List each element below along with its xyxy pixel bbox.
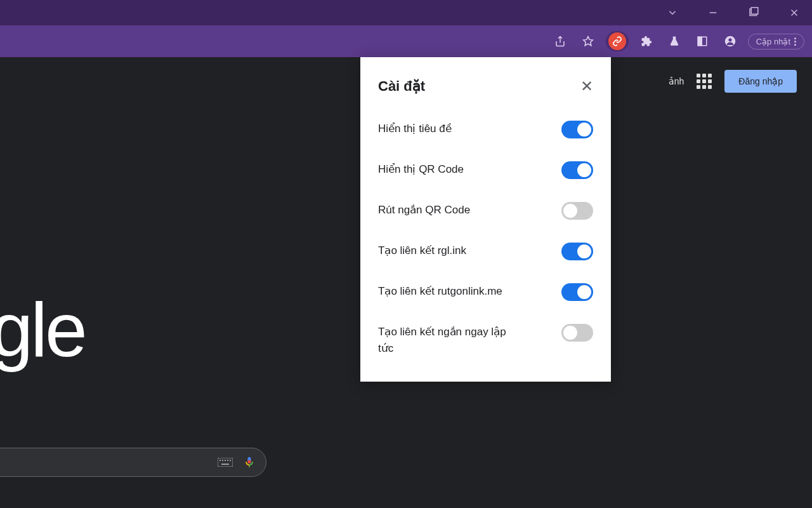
settings-toggle[interactable] bbox=[561, 324, 593, 342]
svg-rect-15 bbox=[227, 460, 228, 461]
svg-rect-12 bbox=[219, 460, 221, 461]
settings-toggle[interactable] bbox=[561, 243, 593, 260]
link-extension-wrapper bbox=[606, 31, 629, 51]
window-minimize-icon[interactable] bbox=[700, 0, 726, 25]
share-icon[interactable] bbox=[550, 31, 570, 51]
update-button-label: Cập nhật bbox=[756, 37, 790, 46]
images-link[interactable]: ảnh bbox=[669, 76, 684, 86]
apps-grid-icon[interactable] bbox=[697, 74, 712, 89]
toggle-knob bbox=[577, 285, 591, 299]
svg-point-10 bbox=[728, 38, 731, 41]
settings-item-label: Tạo liên kết rutgonlink.me bbox=[378, 283, 502, 300]
profile-avatar-icon[interactable] bbox=[720, 31, 740, 51]
settings-popup: Cài đặt ✕ Hiển thị tiêu đềHiển thị QR Co… bbox=[360, 57, 611, 382]
svg-rect-8 bbox=[698, 37, 702, 46]
kebab-menu-icon bbox=[794, 37, 796, 46]
svg-rect-2 bbox=[751, 8, 758, 15]
settings-item-label: Tạo liên kết ngắn ngay lập tức bbox=[378, 324, 524, 356]
svg-rect-13 bbox=[222, 460, 223, 461]
settings-item: Hiển thị QR Code bbox=[378, 161, 593, 179]
settings-item: Rút ngắn QR Code bbox=[378, 202, 593, 220]
popup-header: Cài đặt ✕ bbox=[378, 77, 593, 95]
window-dropdown-icon[interactable] bbox=[660, 0, 685, 25]
settings-item-label: Hiển thị QR Code bbox=[378, 161, 464, 178]
labs-flask-icon[interactable] bbox=[664, 31, 684, 51]
settings-toggle[interactable] bbox=[561, 283, 593, 301]
svg-rect-14 bbox=[225, 460, 226, 461]
popup-title: Cài đặt bbox=[378, 78, 425, 95]
google-logo: oogle bbox=[0, 286, 85, 373]
settings-toggle[interactable] bbox=[561, 161, 593, 179]
settings-item: Hiển thị tiêu đề bbox=[378, 121, 593, 138]
toggle-knob bbox=[563, 204, 577, 218]
settings-item-label: Tạo liên kết rgl.ink bbox=[378, 243, 466, 259]
toggle-knob bbox=[577, 244, 591, 258]
search-input[interactable] bbox=[0, 448, 266, 477]
update-button[interactable]: Cập nhật bbox=[748, 34, 804, 50]
settings-item: Tạo liên kết rutgonlink.me bbox=[378, 283, 593, 301]
settings-item-label: Rút ngắn QR Code bbox=[378, 202, 470, 218]
keyboard-icon[interactable] bbox=[218, 458, 233, 467]
settings-toggle[interactable] bbox=[561, 121, 593, 138]
page-content: ảnh Đăng nhập oogle Xem trang đầu tiên t… bbox=[0, 57, 812, 508]
content-topbar: ảnh Đăng nhập bbox=[669, 70, 797, 93]
window-maximize-icon[interactable] bbox=[741, 0, 766, 25]
window-close-icon[interactable] bbox=[782, 0, 807, 25]
settings-item: Tạo liên kết ngắn ngay lập tức bbox=[378, 324, 593, 356]
svg-rect-16 bbox=[230, 460, 231, 461]
extensions-puzzle-icon[interactable] bbox=[636, 31, 657, 51]
browser-toolbar: Cập nhật bbox=[0, 25, 812, 57]
bookmark-star-icon[interactable] bbox=[578, 31, 598, 51]
toggle-knob bbox=[577, 163, 591, 177]
toggle-knob bbox=[577, 123, 591, 137]
signin-button[interactable]: Đăng nhập bbox=[724, 70, 797, 93]
link-extension-icon[interactable] bbox=[608, 32, 626, 50]
sidepanel-icon[interactable] bbox=[692, 31, 712, 51]
popup-close-button[interactable]: ✕ bbox=[580, 77, 593, 95]
settings-item: Tạo liên kết rgl.ink bbox=[378, 243, 593, 260]
svg-rect-11 bbox=[218, 458, 233, 467]
microphone-icon[interactable] bbox=[243, 455, 256, 470]
toggle-knob bbox=[563, 326, 577, 340]
settings-item-label: Hiển thị tiêu đề bbox=[378, 121, 452, 137]
window-title-bar bbox=[0, 0, 812, 25]
svg-marker-6 bbox=[583, 37, 593, 46]
svg-rect-17 bbox=[221, 464, 229, 465]
settings-toggle[interactable] bbox=[561, 202, 593, 220]
